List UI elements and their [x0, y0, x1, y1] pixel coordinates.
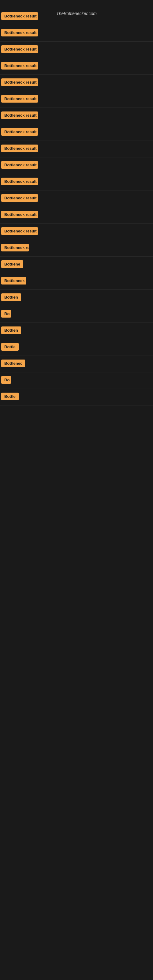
bottleneck-badge-24[interactable]: Bottle — [1, 393, 19, 400]
result-row-15: Bottleneck re — [0, 240, 153, 257]
bottleneck-badge-7[interactable]: Bottleneck result — [1, 111, 38, 119]
result-row-6: Bottleneck result — [0, 91, 153, 108]
result-row-5: Bottleneck result — [0, 75, 153, 91]
result-row-1: Bottleneck result — [0, 9, 153, 25]
result-row-8: Bottleneck result — [0, 124, 153, 141]
bottleneck-badge-8[interactable]: Bottleneck result — [1, 128, 38, 136]
result-row-23: Bo — [0, 372, 153, 389]
bottleneck-badge-15[interactable]: Bottleneck re — [1, 244, 29, 251]
bottleneck-badge-17[interactable]: Bottleneck r — [1, 277, 26, 285]
bottleneck-badge-18[interactable]: Bottlen — [1, 293, 21, 301]
bottleneck-badge-2[interactable]: Bottleneck result — [1, 29, 38, 37]
result-row-24: Bottle — [0, 389, 153, 406]
result-row-17: Bottleneck r — [0, 273, 153, 290]
result-row-2: Bottleneck result — [0, 25, 153, 41]
page-container: TheBottlenecker.com Bottleneck resultBot… — [0, 9, 153, 980]
bottleneck-badge-20[interactable]: Bottlen — [1, 326, 21, 334]
bottleneck-badge-23[interactable]: Bo — [1, 376, 11, 384]
bottleneck-badge-21[interactable]: Bottle — [1, 343, 19, 351]
result-row-20: Bottlen — [0, 323, 153, 339]
bottleneck-badge-12[interactable]: Bottleneck result — [1, 194, 38, 202]
result-row-19: Bo — [0, 306, 153, 323]
bottleneck-badge-6[interactable]: Bottleneck result — [1, 95, 38, 103]
bottleneck-badge-16[interactable]: Bottlene — [1, 260, 23, 268]
bottleneck-badge-13[interactable]: Bottleneck result — [1, 211, 38, 218]
bottleneck-badge-22[interactable]: Bottlenec — [1, 360, 25, 367]
result-row-3: Bottleneck result — [0, 41, 153, 58]
result-row-7: Bottleneck result — [0, 108, 153, 124]
result-row-12: Bottleneck result — [0, 191, 153, 207]
result-row-14: Bottleneck result — [0, 224, 153, 240]
bottleneck-badge-14[interactable]: Bottleneck result — [1, 227, 38, 235]
result-row-9: Bottleneck result — [0, 141, 153, 158]
bottleneck-badge-1[interactable]: Bottleneck result — [1, 12, 38, 20]
result-row-4: Bottleneck result — [0, 58, 153, 75]
result-row-11: Bottleneck result — [0, 174, 153, 191]
result-row-16: Bottlene — [0, 257, 153, 273]
result-row-21: Bottle — [0, 339, 153, 356]
result-row-13: Bottleneck result — [0, 207, 153, 224]
bottleneck-badge-4[interactable]: Bottleneck result — [1, 62, 38, 70]
bottleneck-badge-5[interactable]: Bottleneck result — [1, 78, 38, 86]
bottleneck-badge-11[interactable]: Bottleneck result — [1, 178, 38, 185]
result-row-18: Bottlen — [0, 290, 153, 306]
bottleneck-badge-19[interactable]: Bo — [1, 310, 11, 318]
bottleneck-badge-9[interactable]: Bottleneck result — [1, 145, 38, 152]
bottleneck-badge-3[interactable]: Bottleneck result — [1, 45, 38, 53]
bottleneck-badge-10[interactable]: Bottleneck result — [1, 161, 38, 169]
result-row-10: Bottleneck result — [0, 158, 153, 174]
result-row-22: Bottlenec — [0, 356, 153, 372]
